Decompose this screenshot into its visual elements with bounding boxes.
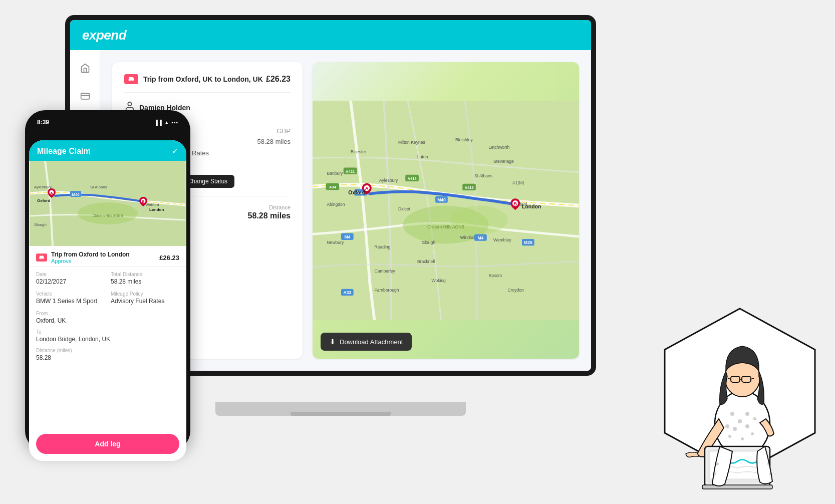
date-value: 02/12/2027 (36, 278, 105, 285)
mobile-screen: Mileage Claim ✓ Chiltern Hills AONB Ayle… (29, 140, 186, 461)
svg-text:M4: M4 (344, 234, 350, 239)
vehicle-col: Vehicle BMW 1 Series M Sport (36, 291, 105, 305)
add-leg-button[interactable]: Add leg (36, 434, 179, 454)
mobile-fields: Date 02/12/2027 Total Distance 58.28 mil… (29, 267, 186, 429)
character-illustration (650, 299, 830, 499)
from-label: From (36, 311, 179, 316)
svg-text:B: B (142, 199, 145, 204)
svg-text:Aylesbury: Aylesbury (34, 185, 52, 189)
mobile-approve-link[interactable]: Approve (51, 258, 130, 264)
mobile-trip-amount: £26.23 (159, 254, 179, 262)
svg-text:Aylesbury: Aylesbury (379, 178, 398, 183)
mobile-map: Chiltern Hills AONB Aylesbury St Albans … (29, 161, 186, 246)
svg-point-102 (769, 472, 772, 475)
trip-header: Trip from Oxford, UK to London, UK £26.2… (124, 74, 291, 93)
svg-text:M40: M40 (437, 197, 446, 202)
svg-text:Farnborough: Farnborough (375, 288, 399, 293)
to-label: To (36, 329, 179, 335)
distance-value: 58.28 miles (257, 138, 291, 145)
distance-label-text: Distance (248, 204, 291, 210)
svg-text:Milton Keynes: Milton Keynes (398, 140, 425, 145)
svg-text:A: A (365, 185, 369, 191)
download-label: Download Attachment (340, 338, 403, 346)
trip-title: Trip from Oxford, UK to London, UK (143, 75, 263, 83)
mobile-trip-text: Trip from Oxford to London (51, 251, 130, 258)
svg-point-88 (741, 437, 744, 440)
svg-point-99 (716, 462, 719, 465)
card-icon[interactable] (77, 88, 93, 104)
svg-point-80 (738, 419, 742, 423)
svg-point-63 (78, 202, 138, 224)
svg-text:Woking: Woking (432, 278, 446, 283)
svg-text:Bracknell: Bracknell (417, 259, 435, 264)
svg-text:Chiltern Hills AONB: Chiltern Hills AONB (427, 224, 464, 229)
svg-text:A413: A413 (464, 185, 473, 190)
svg-point-81 (745, 412, 749, 416)
mileage-policy-value: Advisory Fuel Rates (111, 298, 179, 305)
date-distance-row: Date 02/12/2027 Total Distance 58.28 mil… (36, 272, 179, 285)
svg-text:Reading: Reading (375, 244, 391, 249)
svg-text:A1(M): A1(M) (512, 180, 524, 185)
mobile-header: Mileage Claim ✓ (29, 140, 186, 161)
currency-value: GBP (277, 127, 291, 135)
mobile-trip-row: Trip from Oxford to London Approve £26.2… (29, 246, 186, 267)
svg-text:Croydon: Croydon (508, 288, 524, 293)
map-panel: Chiltern Hills AONB Banbury Milton Keyne… (313, 62, 579, 359)
svg-text:A418: A418 (407, 176, 416, 181)
mobile-header-title: Mileage Claim (37, 147, 91, 156)
mobile-add-leg-section: Add leg (29, 429, 186, 461)
distance-value-text: 58.28 miles (248, 211, 291, 220)
trip-amount: £26.23 (266, 75, 291, 84)
svg-text:B: B (513, 201, 517, 206)
total-distance-value: 58.28 miles (111, 278, 179, 285)
svg-text:M25: M25 (524, 240, 532, 245)
download-icon: ⬇ (330, 338, 336, 346)
mileage-policy-label: Mileage Policy (111, 291, 179, 297)
svg-text:Bicester: Bicester (351, 149, 366, 154)
to-field: To London Bridge, London, UK (36, 329, 179, 343)
svg-text:A34: A34 (329, 185, 337, 189)
character-section (650, 299, 820, 479)
mobile-status-icons: ▐▐ ▲ ▪▪▪ (154, 120, 178, 125)
vehicle-policy-row: Vehicle BMW 1 Series M Sport Mileage Pol… (36, 291, 179, 305)
svg-point-87 (751, 432, 754, 435)
to-value: London Bridge, London, UK (36, 336, 179, 343)
distance-miles-value: 58.28 (36, 354, 179, 361)
svg-text:Chiltern Hills AONB: Chiltern Hills AONB (93, 214, 123, 217)
mileage-policy-col: Mileage Policy Advisory Fuel Rates (111, 291, 179, 305)
expend-logo: expend (82, 28, 126, 43)
svg-text:St Albans: St Albans (90, 185, 107, 189)
map-background: Chiltern Hills AONB Banbury Milton Keyne… (313, 62, 579, 359)
svg-text:Windsor: Windsor (460, 235, 476, 240)
svg-text:Slough: Slough (34, 222, 47, 227)
svg-point-100 (713, 472, 716, 475)
svg-text:Letchworth: Letchworth (489, 145, 510, 150)
mobile-check-icon: ✓ (172, 146, 178, 156)
svg-text:Oxford: Oxford (348, 190, 365, 195)
download-attachment-button[interactable]: ⬇ Download Attachment (321, 333, 412, 351)
svg-text:London: London (522, 204, 541, 209)
total-distance-label: Total Distance (111, 272, 179, 277)
svg-text:Newbury: Newbury (327, 240, 344, 245)
svg-text:Stevenage: Stevenage (493, 159, 514, 164)
vehicle-label: Vehicle (36, 291, 105, 297)
home-icon[interactable] (77, 60, 93, 76)
svg-text:Epsom: Epsom (489, 273, 502, 278)
map-svg: Chiltern Hills AONB Banbury Milton Keyne… (313, 62, 579, 359)
svg-text:Oxford: Oxford (37, 198, 50, 203)
distance-miles-field: Distance (miles) 58.28 (36, 348, 179, 361)
vehicle-value: BMW 1 Series M Sport (36, 298, 105, 305)
mobile-time: 8:39 (37, 119, 49, 126)
svg-rect-0 (81, 93, 89, 99)
svg-text:Luton: Luton (417, 154, 428, 159)
svg-point-86 (728, 435, 731, 438)
from-field: From Oxford, UK (36, 311, 179, 324)
svg-point-82 (733, 427, 737, 431)
svg-text:M4: M4 (477, 235, 483, 240)
svg-text:A33: A33 (344, 290, 352, 295)
date-col: Date 02/12/2027 (36, 272, 105, 285)
svg-point-85 (753, 417, 756, 420)
svg-text:St Albans: St Albans (474, 173, 492, 178)
car-icon (124, 74, 138, 84)
distance-miles-label: Distance (miles) (36, 348, 179, 353)
